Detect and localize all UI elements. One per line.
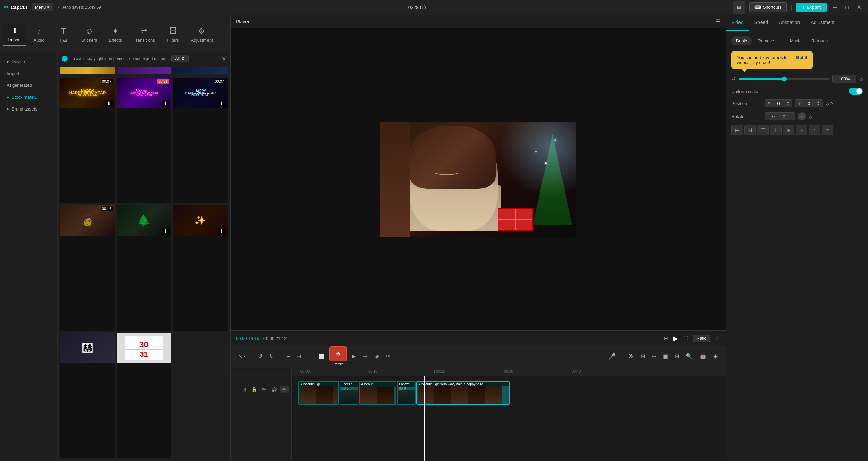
- freeze-button[interactable]: ❄: [329, 346, 347, 361]
- scale-diamond-icon[interactable]: ◇: [859, 76, 863, 82]
- tab-text[interactable]: T Text: [52, 24, 75, 46]
- menu-button[interactable]: Menu ▾: [32, 3, 53, 11]
- sidebar-item-ai-generated[interactable]: AI generated: [3, 80, 55, 91]
- sidebar-item-brand-assets[interactable]: ▶ Brand assets: [3, 104, 55, 114]
- ratio-button[interactable]: Ratio: [693, 335, 710, 342]
- list-item[interactable]: HAPPYNEW YEAR 00:07 ⬇: [173, 78, 228, 203]
- toggle-switch[interactable]: [849, 88, 863, 95]
- notice-close-button[interactable]: ✕: [222, 56, 226, 62]
- split-mid-button[interactable]: ⊣: [295, 352, 303, 361]
- expand-button[interactable]: ⤢: [714, 335, 720, 342]
- align-distribute-v-button[interactable]: ⊨: [822, 125, 833, 135]
- align-button[interactable]: ⇹: [650, 351, 658, 361]
- y-decrement-button[interactable]: ▼: [817, 103, 820, 106]
- position-y-field[interactable]: [802, 101, 816, 106]
- download-button[interactable]: ⬇: [218, 228, 225, 235]
- sub-tab-basic[interactable]: Basic: [731, 36, 752, 45]
- minimize-button[interactable]: ─: [831, 3, 840, 11]
- microphone-button[interactable]: 🎤: [606, 350, 618, 362]
- list-item[interactable]: 30 31: [117, 333, 171, 458]
- caption-button[interactable]: ▣: [661, 351, 670, 361]
- crop-button[interactable]: ⬜: [317, 352, 327, 361]
- tab-filters[interactable]: 🎞 Filters: [161, 24, 185, 45]
- position-y-input[interactable]: Y ▲ ▼: [795, 99, 823, 107]
- got-it-button[interactable]: Got it: [796, 55, 807, 60]
- track-edit-button[interactable]: ✏: [280, 386, 289, 393]
- clip-4[interactable]: Freeze 00:0: [397, 381, 416, 405]
- sub-tab-remove[interactable]: Remove ...: [753, 36, 784, 45]
- align-left-button[interactable]: ⊢: [731, 125, 743, 135]
- play-tool-button[interactable]: ▶: [350, 351, 358, 361]
- download-button[interactable]: ⬇: [218, 100, 225, 107]
- tab-transitions[interactable]: ⇌ Transitions: [128, 24, 160, 45]
- select-tool-button[interactable]: ↖ ▾: [236, 351, 248, 361]
- list-item[interactable]: ✨ ⬇: [173, 205, 228, 330]
- play-button[interactable]: ▶: [673, 334, 678, 342]
- maximize-button[interactable]: □: [843, 3, 851, 11]
- clip-2[interactable]: Freeze 00:0: [340, 381, 358, 405]
- tab-effects[interactable]: ✦ Effects: [103, 24, 127, 45]
- track-audio-button[interactable]: 🔊: [270, 385, 278, 394]
- download-button[interactable]: ⬇: [105, 100, 113, 107]
- position-diamond-icon[interactable]: ◇◇: [826, 101, 833, 106]
- clip-5[interactable]: A beautiful girl with wavy hair is happy…: [416, 381, 510, 405]
- list-item[interactable]: 👨‍👩‍👧: [60, 333, 115, 458]
- split-start-button[interactable]: ⊢: [284, 352, 292, 361]
- position-x-field[interactable]: [772, 101, 785, 106]
- split-end-button[interactable]: ⊤: [306, 352, 314, 361]
- rotate-input[interactable]: ▲ ▼: [765, 112, 795, 120]
- undo-scale-button[interactable]: ↺: [731, 76, 736, 82]
- tab-stickers[interactable]: ☺ Stickers: [76, 24, 102, 45]
- track-lock-button[interactable]: 🔒: [250, 385, 258, 394]
- rotate-diamond-icon[interactable]: ◇: [809, 114, 812, 119]
- ai-button[interactable]: 🤖: [697, 351, 708, 361]
- rotate-minus-button[interactable]: −: [798, 112, 806, 120]
- align-distribute-h-button[interactable]: ⊧: [809, 125, 820, 135]
- group-button[interactable]: ⊞: [638, 351, 647, 361]
- speed-button[interactable]: ◈: [373, 351, 381, 361]
- align-top-button[interactable]: ⊥: [770, 125, 782, 135]
- scissors-button[interactable]: ✂: [383, 351, 392, 361]
- align-right-button[interactable]: ⊤: [757, 125, 769, 135]
- uniform-scale-toggle[interactable]: [849, 88, 863, 95]
- align-bottom-button[interactable]: ⊦: [796, 125, 807, 135]
- position-x-input[interactable]: X ▲ ▼: [765, 99, 792, 107]
- sidebar-item-stock[interactable]: ▶ Stock mater...: [3, 92, 55, 102]
- x-decrement-button[interactable]: ▼: [787, 103, 789, 106]
- undo-button[interactable]: ↺: [256, 351, 264, 361]
- fullscreen-button[interactable]: ⛶: [682, 335, 689, 342]
- close-button[interactable]: ✕: [854, 3, 864, 11]
- grid-view-button[interactable]: ⊞: [663, 335, 669, 342]
- player-menu-icon[interactable]: ☰: [715, 18, 720, 25]
- tab-adjustment[interactable]: Adjustment: [805, 15, 840, 31]
- sub-tab-mask[interactable]: Mask: [785, 36, 805, 45]
- shortcuts-button[interactable]: ⌨ Shortcuts: [749, 2, 787, 12]
- track-eye-button[interactable]: 👁: [260, 385, 268, 394]
- list-item[interactable]: HAPPYNEW YEAR 00:07 ⬇: [60, 78, 115, 203]
- export-button[interactable]: ↑ Export: [796, 3, 827, 12]
- sidebar-item-device[interactable]: ▶ Device: [3, 56, 55, 67]
- list-item[interactable]: 👩 00:16: [60, 205, 115, 330]
- tab-speed[interactable]: Speed: [749, 15, 773, 31]
- tab-video[interactable]: Video: [726, 15, 749, 31]
- list-item[interactable]: HappyNew Year 00:21 ⬇: [117, 78, 171, 203]
- scale-slider[interactable]: [738, 76, 830, 82]
- subtitle-button[interactable]: ⊞: [673, 351, 681, 361]
- tab-animation[interactable]: Animation: [773, 15, 805, 31]
- layout-toggle[interactable]: ⊞: [733, 1, 745, 14]
- clip-3[interactable]: A beaut: [359, 381, 396, 405]
- zoom-out-button[interactable]: 🔍: [684, 351, 695, 361]
- download-button[interactable]: ⬇: [162, 100, 169, 107]
- add-track-button[interactable]: ⊕: [711, 350, 720, 362]
- track-scene-button[interactable]: ⊡: [241, 385, 248, 394]
- tab-adjustment[interactable]: ⚙ Adjustment: [185, 24, 218, 45]
- link-button[interactable]: ⛓: [626, 351, 636, 361]
- rotate-field[interactable]: [768, 114, 781, 119]
- clip-1[interactable]: A beautiful gi: [298, 381, 339, 405]
- rotate-decrement-button[interactable]: ▼: [783, 116, 785, 119]
- align-center-v-button[interactable]: ⊞: [783, 125, 794, 135]
- download-button[interactable]: ⬇: [162, 228, 169, 235]
- redo-button[interactable]: ↻: [267, 351, 276, 361]
- align-center-h-button[interactable]: ⊣: [744, 125, 756, 135]
- filter-button[interactable]: All ⚙: [171, 55, 188, 62]
